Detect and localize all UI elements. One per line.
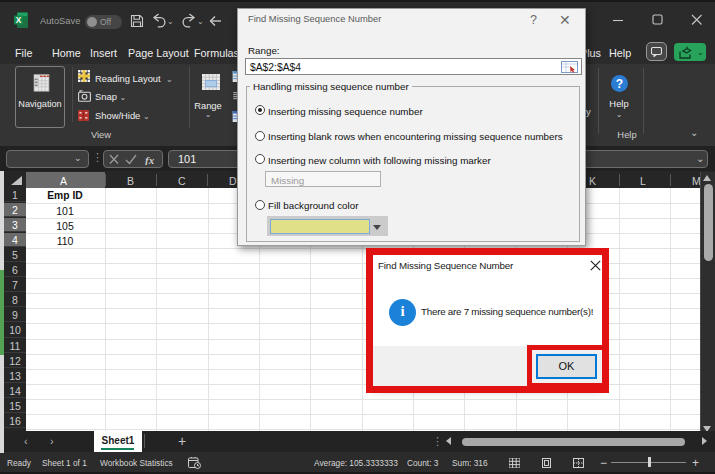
svg-text:fx: fx (145, 154, 155, 165)
svg-text:X: X (16, 15, 22, 25)
